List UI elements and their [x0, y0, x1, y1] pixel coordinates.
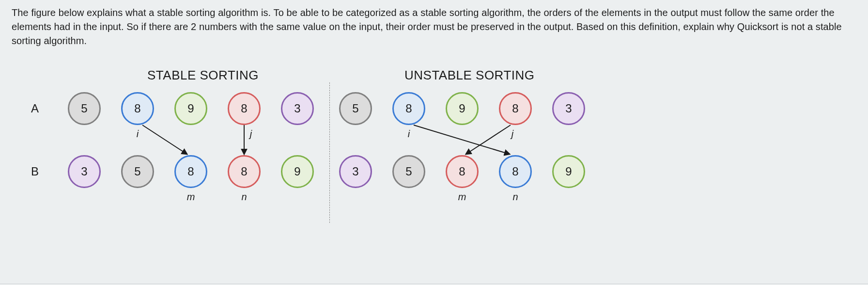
- unstable-b-node-1: 5: [392, 155, 425, 188]
- node-value: 9: [459, 102, 465, 115]
- stable-a-node-0: 5: [68, 92, 101, 125]
- unstable-b-node-4: 9: [552, 155, 585, 188]
- node-value: 9: [565, 165, 572, 178]
- question-prompt: The figure below explains what a stable …: [0, 0, 868, 48]
- unstable-a-node-2: 9: [446, 92, 479, 125]
- node-value: 5: [134, 165, 140, 178]
- node-value: 3: [565, 102, 572, 115]
- bottom-divider: [0, 284, 868, 284]
- heading-stable: STABLE SORTING: [147, 68, 259, 83]
- node-value: 5: [352, 102, 358, 115]
- stable-a-node-3: 8: [228, 92, 261, 125]
- node-value: 8: [459, 165, 465, 178]
- node-value: 9: [294, 165, 300, 178]
- unstable-a-node-1: 8: [392, 92, 425, 125]
- stable-b-node-0: 3: [68, 155, 101, 188]
- unstable-b-node-0: 3: [339, 155, 372, 188]
- node-value: 3: [352, 165, 358, 178]
- sorting-diagram: STABLE SORTING UNSTABLE SORTING A B 5 8 …: [19, 63, 843, 228]
- unstable-a-node-4: 3: [552, 92, 585, 125]
- stable-label-m: m: [187, 191, 195, 203]
- section-divider: [329, 82, 330, 223]
- svg-line-3: [466, 125, 511, 154]
- node-value: 8: [405, 102, 412, 115]
- unstable-label-i: i: [408, 128, 410, 140]
- mapping-arrows: [19, 63, 843, 228]
- node-value: 8: [241, 102, 247, 115]
- stable-b-node-1: 5: [121, 155, 154, 188]
- node-value: 8: [187, 165, 194, 178]
- stable-a-node-4: 3: [281, 92, 314, 125]
- stable-b-node-4: 9: [281, 155, 314, 188]
- unstable-label-j: j: [512, 128, 513, 140]
- stable-label-i: i: [137, 128, 139, 140]
- node-value: 3: [81, 165, 87, 178]
- node-value: 5: [405, 165, 412, 178]
- node-value: 8: [512, 102, 518, 115]
- unstable-label-n: n: [512, 191, 518, 203]
- stable-label-n: n: [241, 191, 247, 203]
- node-value: 8: [134, 102, 140, 115]
- stable-a-node-1: 8: [121, 92, 154, 125]
- svg-line-0: [142, 125, 187, 154]
- svg-line-2: [414, 125, 510, 154]
- unstable-a-node-0: 5: [339, 92, 372, 125]
- unstable-b-node-3: 8: [499, 155, 532, 188]
- stable-label-j: j: [250, 128, 252, 140]
- node-value: 9: [187, 102, 194, 115]
- stable-a-node-2: 9: [174, 92, 207, 125]
- node-value: 8: [512, 165, 518, 178]
- node-value: 8: [241, 165, 247, 178]
- unstable-b-node-2: 8: [446, 155, 479, 188]
- heading-unstable: UNSTABLE SORTING: [404, 68, 535, 83]
- node-value: 5: [81, 102, 87, 115]
- stable-b-node-3: 8: [228, 155, 261, 188]
- row-label-a: A: [31, 102, 39, 115]
- stable-b-node-2: 8: [174, 155, 207, 188]
- unstable-a-node-3: 8: [499, 92, 532, 125]
- row-label-b: B: [31, 165, 39, 178]
- unstable-label-m: m: [458, 191, 466, 203]
- node-value: 3: [294, 102, 300, 115]
